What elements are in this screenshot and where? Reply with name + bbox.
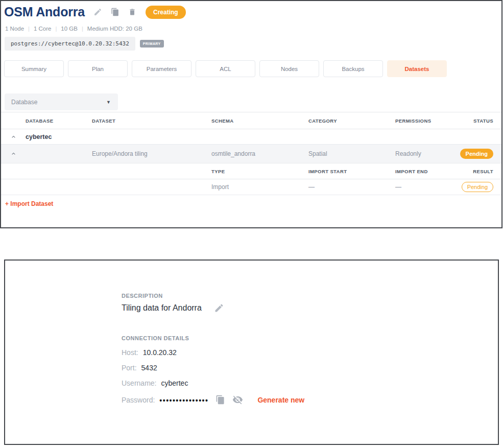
spec-cores: 1 Core [34,26,52,32]
cluster-specs: 1 Node| 1 Core| 10 GB| Medium HDD: 20 GB [5,26,142,32]
password-label: Password: [122,396,155,404]
description-row: Tiling data for Andorra [122,303,224,313]
tab-backups[interactable]: Backups [323,60,383,77]
database-row[interactable]: cybertec [1,129,501,145]
delete-cluster-button[interactable] [128,8,136,16]
column-dataset: DATASET [92,118,115,124]
host-row: Host: 10.0.20.32 [122,348,177,357]
dataset-schema: osmtile_andorra [211,150,255,157]
spec-memory: 10 GB [61,26,78,32]
status-badge: Creating [146,6,186,19]
copy-name-button[interactable] [111,8,119,16]
import-result-badge: Pending [462,182,493,192]
connection-string: postgres://cybertec@10.0.20.32:5432 [5,37,135,51]
dataset-details-panel: DESCRIPTION Tiling data for Andorra CONN… [4,260,499,445]
tab-parameters[interactable]: Parameters [132,60,191,77]
tab-acl[interactable]: ACL [196,60,255,77]
username-value: cybertec [161,379,188,387]
chevron-up-icon [10,151,17,157]
spec-storage: Medium HDD: 20 GB [87,26,142,32]
tab-nodes[interactable]: Nodes [259,60,319,77]
description-value: Tiling data for Andorra [122,303,202,313]
dataset-permissions: Readonly [395,150,421,157]
column-status: STATUS [473,118,493,124]
column-schema: SCHEMA [211,118,234,124]
tab-summary[interactable]: Summary [4,60,64,77]
port-value: 5432 [141,364,157,372]
collapse-database-button[interactable] [10,133,17,140]
column-import-start: IMPORT START [308,169,347,174]
password-row: Password: ••••••••••••••• Generate new [122,394,304,405]
host-value: 10.0.20.32 [143,348,177,357]
tab-datasets[interactable]: Datasets [387,60,447,77]
dataset-category: Spatial [308,150,327,157]
import-row[interactable]: Import — — Pending [1,179,501,195]
pencil-icon [214,303,224,313]
table-header-row: DATABASE DATASET SCHEMA CATEGORY PERMISS… [1,112,501,129]
dataset-name: Europe/Andora tiling [92,150,148,157]
import-start-value: — [308,183,315,191]
edit-title-button[interactable] [93,8,102,16]
column-database: DATABASE [26,118,54,124]
spec-nodes: 1 Node [5,26,24,32]
column-type: TYPE [211,169,225,174]
generate-new-password-button[interactable]: Generate new [257,396,304,404]
primary-badge: PRIMARY [140,40,164,48]
connection-row: postgres://cybertec@10.0.20.32:5432 PRIM… [5,37,164,51]
edit-description-button[interactable] [214,303,224,313]
import-header-row: TYPE IMPORT START IMPORT END RESULT [1,163,501,179]
collapse-dataset-button[interactable] [10,151,17,157]
host-label: Host: [122,348,138,357]
dataset-row[interactable]: Europe/Andora tiling osmtile_andorra Spa… [1,145,501,163]
database-filter-select[interactable]: Database ▼ [5,93,118,110]
description-label: DESCRIPTION [122,293,163,299]
eye-off-icon [232,394,243,405]
trash-icon [128,8,136,16]
username-row: Username: cybertec [122,379,188,387]
chevron-up-icon [10,133,17,140]
tab-bar: Summary Plan Parameters ACL Nodes Backup… [4,60,447,77]
import-end-value: — [395,183,401,191]
import-type: Import [211,183,229,191]
username-label: Username: [122,379,156,387]
password-masked-value: ••••••••••••••• [159,396,208,405]
caret-down-icon: ▼ [106,100,111,105]
datasets-table: DATABASE DATASET SCHEMA CATEGORY PERMISS… [1,112,501,195]
page-title: OSM Andorra [4,5,85,19]
column-import-end: IMPORT END [395,169,428,174]
show-password-button[interactable] [232,394,243,405]
connection-details-label: CONNECTION DETAILS [122,335,189,341]
column-category: CATEGORY [308,118,337,124]
column-permissions: PERMISSIONS [395,118,431,124]
database-filter-label: Database [11,99,106,106]
column-result: RESULT [473,169,493,174]
cluster-header: OSM Andorra Creating [4,5,186,19]
copy-password-button[interactable] [215,395,225,405]
cluster-panel: OSM Andorra Creating 1 Node| 1 Core| 10 … [0,0,502,228]
import-dataset-button[interactable]: + Import Dataset [5,200,53,207]
pencil-icon [93,8,102,16]
dataset-status-badge: Pending [460,149,493,159]
copy-icon [111,8,119,16]
port-label: Port: [122,364,137,372]
database-name: cybertec [26,133,52,140]
copy-icon [215,395,225,405]
tab-plan[interactable]: Plan [68,60,128,77]
port-row: Port: 5432 [122,364,157,372]
